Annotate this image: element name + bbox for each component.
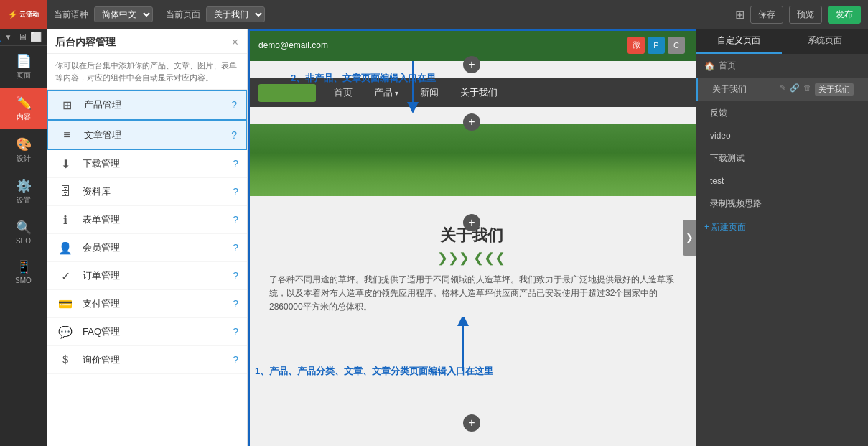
tab-custom-page[interactable]: 自定义页面	[696, 29, 782, 54]
member-help-icon[interactable]: ?	[233, 242, 238, 254]
edit-icon[interactable]: ✎	[780, 83, 786, 96]
menu-item-form[interactable]: ℹ 表单管理 ?	[47, 206, 247, 234]
menu-label-resource: 资料库	[83, 185, 233, 198]
link-icon[interactable]: 🔗	[790, 83, 800, 96]
download-help-icon[interactable]: ?	[233, 158, 238, 169]
sidebar-label-seo: SEO	[16, 237, 31, 245]
collapse-right-button[interactable]: ❯	[683, 220, 696, 256]
page-name-feedback: 反馈	[710, 107, 727, 119]
page-select[interactable]: 关于我们	[206, 6, 265, 22]
menu-item-product[interactable]: ⊞ 产品管理 ?	[47, 90, 247, 120]
menu-item-inquiry[interactable]: ＄ 询价管理 ?	[47, 346, 247, 374]
sidebar-label-settings: 设置	[17, 195, 31, 205]
sidebar-item-page[interactable]: 📄 页面	[0, 46, 47, 88]
logo-text: 云流动	[19, 10, 39, 19]
page-item-download-test[interactable]: 下载测试	[696, 147, 868, 170]
lang-label: 当前语种	[54, 9, 88, 21]
form-help-icon[interactable]: ?	[233, 214, 238, 226]
preview-wrapper: demo@email.com 微 P C + 首页 产品 ▾ 新闻 关于我们 +	[248, 29, 696, 446]
about-deco: ❯❯❯ ❮❮❮	[269, 250, 674, 266]
annotation-1-text: 1、产品、产品分类、文章、文章分类页面编辑入口在这里	[255, 365, 493, 378]
add-page-button[interactable]: + 新建页面	[696, 215, 868, 239]
add-section-2[interactable]: +	[463, 113, 480, 131]
tablet-icon[interactable]: ⬜	[30, 32, 42, 42]
add-section-top[interactable]: +	[463, 56, 480, 73]
menu-item-faq[interactable]: 💬 FAQ管理 ?	[47, 318, 247, 346]
menu-item-article[interactable]: ≡ 文章管理 ?	[47, 120, 247, 150]
sidebar-item-design[interactable]: 🎨 设计	[0, 129, 47, 171]
page-home-label: 🏠 首页	[696, 54, 868, 78]
menu-label-member: 会员管理	[83, 241, 233, 254]
save-button[interactable]: 保存	[750, 6, 783, 24]
home-icon: 🏠	[704, 61, 715, 71]
nav-home[interactable]: 首页	[330, 86, 356, 99]
faq-help-icon[interactable]: ?	[233, 326, 238, 338]
member-icon: 👤	[55, 241, 75, 255]
sidebar-item-content[interactable]: ✏️ 内容	[0, 88, 47, 129]
preview-hero	[248, 124, 696, 196]
lang-select[interactable]: 简体中文	[94, 6, 153, 22]
social-icons: 微 P C	[627, 37, 685, 54]
article-list-icon: ≡	[57, 128, 77, 142]
nav-product-chevron: ▾	[395, 89, 398, 97]
left-sidebar: ⚡ 云流动 👤 ▼ 🖥 ⬜ 📱 📄 页面 ✏️ 内容 🎨 设计 ⚙️ 设置 🔍 …	[0, 0, 47, 446]
home-text: 首页	[719, 60, 736, 72]
article-help-icon[interactable]: ?	[231, 129, 237, 141]
menu-label-form: 表单管理	[83, 213, 233, 226]
seo-icon: 🔍	[16, 220, 32, 236]
preview-nav: 首页 产品 ▾ 新闻 关于我们	[248, 78, 696, 107]
page-item-record[interactable]: 录制视频思路	[696, 192, 868, 215]
add-section-bottom[interactable]: +	[463, 414, 480, 432]
user-icon[interactable]: 👤	[0, 32, 2, 42]
sidebar-item-seo[interactable]: 🔍 SEO	[0, 213, 47, 252]
nav-product-label: 产品	[374, 86, 393, 99]
resource-help-icon[interactable]: ?	[233, 186, 238, 198]
page-item-test[interactable]: test	[696, 170, 868, 192]
page-selector-tabs: 自定义页面 系统页面	[696, 29, 868, 54]
preview-button[interactable]: 预览	[789, 6, 822, 24]
nav-news[interactable]: 新闻	[416, 86, 442, 99]
product-help-icon[interactable]: ?	[231, 99, 237, 111]
sidebar-label-design: 设计	[17, 154, 31, 164]
main-area: demo@email.com 微 P C + 首页 产品 ▾ 新闻 关于我们 +	[248, 29, 868, 446]
page-item-video[interactable]: video	[696, 125, 868, 147]
sidebar-item-smo[interactable]: 📱 SMO	[0, 252, 47, 292]
inquiry-icon: ＄	[55, 353, 75, 367]
menu-item-member[interactable]: 👤 会员管理 ?	[47, 234, 247, 262]
blue-border-left	[248, 29, 250, 446]
tab-system-page[interactable]: 系统页面	[782, 29, 868, 54]
content-icon: ✏️	[16, 95, 32, 111]
page-item-feedback[interactable]: 反馈	[696, 101, 868, 125]
menu-item-payment[interactable]: 💳 支付管理 ?	[47, 290, 247, 318]
grid-view-icon[interactable]: ⊞	[735, 8, 745, 22]
menu-label-payment: 支付管理	[83, 297, 233, 310]
qq-icon[interactable]: P	[648, 37, 665, 54]
content-panel: 后台内容管理 × 你可以在后台集中添加你的产品、文章、图片、表单等内容，对应的组…	[47, 29, 248, 446]
delete-icon[interactable]: 🗑	[803, 83, 811, 96]
nav-product[interactable]: 产品 ▾	[370, 86, 402, 99]
menu-label-article: 文章管理	[84, 129, 231, 141]
page-item-about[interactable]: 关于我们 ✎ 🔗 🗑 关于我们	[696, 78, 868, 101]
desktop-icon[interactable]: 🖥	[18, 32, 27, 42]
menu-item-download[interactable]: ⬇ 下载管理 ?	[47, 150, 247, 178]
sidebar-item-settings[interactable]: ⚙️ 设置	[0, 171, 47, 213]
page-tooltip-about: 关于我们	[815, 83, 854, 96]
panel-close-button[interactable]: ×	[232, 36, 238, 49]
order-help-icon[interactable]: ?	[233, 270, 238, 282]
form-icon: ℹ	[55, 213, 75, 227]
page-label: 当前页面	[166, 9, 200, 21]
menu-item-resource[interactable]: 🗄 资料库 ?	[47, 178, 247, 206]
nav-logo	[258, 84, 316, 102]
extra-icon[interactable]: C	[668, 37, 685, 54]
menu-label-faq: FAQ管理	[83, 325, 233, 338]
publish-button[interactable]: 发布	[828, 6, 861, 24]
payment-help-icon[interactable]: ?	[233, 298, 238, 310]
dropdown-icon[interactable]: ▼	[5, 33, 12, 41]
weibo-icon[interactable]: 微	[627, 37, 645, 54]
panel-title: 后台内容管理	[55, 36, 116, 49]
nav-about[interactable]: 关于我们	[457, 86, 501, 99]
add-section-3[interactable]: +	[463, 214, 480, 231]
page-name-video: video	[710, 131, 731, 141]
inquiry-help-icon[interactable]: ?	[233, 354, 238, 366]
menu-item-order[interactable]: ✓ 订单管理 ?	[47, 262, 247, 290]
